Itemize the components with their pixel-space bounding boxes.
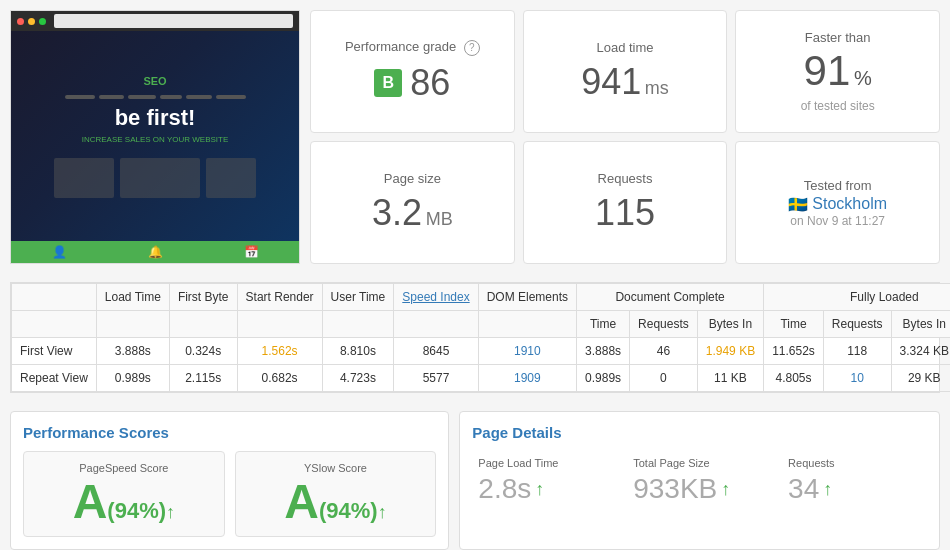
grade-badge: B 86 — [374, 62, 450, 104]
page-load-time-box: Page Load Time 2.8s ↑ — [472, 451, 617, 511]
tested-from-city: 🇸🇪 Stockholm — [788, 195, 887, 214]
pagespeed-label: PageSpeed Score — [34, 462, 214, 474]
fv-start-render: 1.562s — [237, 338, 322, 365]
page-details-title: Page Details — [472, 424, 927, 441]
th-doc-bytes: Bytes In — [697, 311, 763, 338]
results-table-section: Load Time First Byte Start Render User T… — [10, 282, 940, 393]
th-full-bytes: Bytes In — [891, 311, 950, 338]
fv-doc-time: 3.888s — [577, 338, 630, 365]
faster-than-sub: of tested sites — [801, 99, 875, 113]
load-time-label: Load time — [596, 40, 653, 55]
th-sub-ut — [322, 311, 394, 338]
rv-doc-req: 0 — [630, 365, 698, 392]
browser-chrome — [11, 11, 299, 31]
performance-grade-card: Performance grade ? B 86 — [310, 10, 515, 133]
fv-speed-index: 8645 — [394, 338, 478, 365]
total-page-size-box: Total Page Size 933KB ↑ — [627, 451, 772, 511]
rv-start-render: 0.682s — [237, 365, 322, 392]
fv-full-req: 118 — [823, 338, 891, 365]
th-sub-lt — [96, 311, 169, 338]
rv-full-bytes: 29 KB — [891, 365, 950, 392]
th-fully-loaded: Fully Loaded — [764, 284, 950, 311]
sweden-flag: 🇸🇪 — [788, 195, 808, 214]
bottom-section: Performance Scores PageSpeed Score A (94… — [0, 401, 950, 550]
yslow-value: A (94%) ↑ — [246, 478, 426, 526]
load-time-value: 941 ms — [581, 61, 669, 103]
site-preview: SEO be first! INCREASE SALES ON YOUR WEB… — [11, 31, 299, 241]
rv-load-time: 0.989s — [96, 365, 169, 392]
fv-load-time: 3.888s — [96, 338, 169, 365]
faster-than-value: 91 % — [804, 47, 872, 95]
bell-icon: 🔔 — [148, 245, 163, 259]
th-full-req: Requests — [823, 311, 891, 338]
results-table: Load Time First Byte Start Render User T… — [11, 283, 950, 392]
tested-from-label: Tested from — [804, 178, 872, 193]
page-size-label: Page size — [384, 171, 441, 186]
th-empty — [12, 284, 97, 311]
page-details-panel: Page Details Page Load Time 2.8s ↑ Total… — [459, 411, 940, 550]
fv-doc-req: 46 — [630, 338, 698, 365]
site-tagline: INCREASE SALES ON YOUR WEBSITE — [82, 135, 229, 144]
faster-than-card: Faster than 91 % of tested sites — [735, 10, 940, 133]
th-start-render: Start Render — [237, 284, 322, 311]
requests-detail-value: 34 ↑ — [788, 473, 921, 505]
url-bar — [54, 14, 293, 28]
th-doc-complete: Document Complete — [577, 284, 764, 311]
calendar-icon: 📅 — [244, 245, 259, 259]
requests-value: 115 — [595, 192, 655, 234]
page-load-time-value: 2.8s ↑ — [478, 473, 611, 505]
metrics-grid: Performance grade ? B 86 Load time 941 m… — [300, 10, 940, 264]
th-sub-fb — [169, 311, 237, 338]
site-headline: be first! — [115, 105, 196, 131]
total-page-size-label: Total Page Size — [633, 457, 766, 469]
requests-label: Requests — [598, 171, 653, 186]
th-load-time: Load Time — [96, 284, 169, 311]
page-size-value: 3.2 MB — [372, 192, 453, 234]
grade-letter: B — [374, 69, 402, 97]
fv-dom-elements: 1910 — [478, 338, 576, 365]
th-user-time: User Time — [322, 284, 394, 311]
row-label-repeat: Repeat View — [12, 365, 97, 392]
user-icon: 👤 — [52, 245, 67, 259]
page-size-card: Page size 3.2 MB — [310, 141, 515, 264]
pagespeed-value: A (94%) ↑ — [34, 478, 214, 526]
performance-scores-panel: Performance Scores PageSpeed Score A (94… — [10, 411, 449, 550]
table-row: First View 3.888s 0.324s 1.562s 8.810s 8… — [12, 338, 951, 365]
performance-grade-label: Performance grade ? — [345, 39, 480, 56]
rv-full-time: 4.805s — [764, 365, 824, 392]
requests-detail-label: Requests — [788, 457, 921, 469]
maximize-dot — [39, 18, 46, 25]
fv-doc-bytes: 1.949 KB — [697, 338, 763, 365]
rv-full-req: 10 — [823, 365, 891, 392]
tested-from-card: Tested from 🇸🇪 Stockholm on Nov 9 at 11:… — [735, 141, 940, 264]
th-first-byte: First Byte — [169, 284, 237, 311]
page-load-time-label: Page Load Time — [478, 457, 611, 469]
th-sub-sr — [237, 311, 322, 338]
th-sub-dom — [478, 311, 576, 338]
rv-doc-time: 0.989s — [577, 365, 630, 392]
yslow-score-box: YSlow Score A (94%) ↑ — [235, 451, 437, 537]
requests-detail-box: Requests 34 ↑ — [782, 451, 927, 511]
total-page-size-value: 933KB ↑ — [633, 473, 766, 505]
load-time-card: Load time 941 ms — [523, 10, 728, 133]
rv-user-time: 4.723s — [322, 365, 394, 392]
table-row: Repeat View 0.989s 2.115s 0.682s 4.723s … — [12, 365, 951, 392]
fv-first-byte: 0.324s — [169, 338, 237, 365]
rv-doc-bytes: 11 KB — [697, 365, 763, 392]
top-section: SEO be first! INCREASE SALES ON YOUR WEB… — [0, 0, 950, 274]
rv-first-byte: 2.115s — [169, 365, 237, 392]
scores-grid: PageSpeed Score A (94%) ↑ YSlow Score A … — [23, 451, 436, 537]
site-logo: SEO — [143, 75, 166, 87]
fv-full-bytes: 3.324 KB — [891, 338, 950, 365]
th-doc-req: Requests — [630, 311, 698, 338]
details-grid: Page Load Time 2.8s ↑ Total Page Size 93… — [472, 451, 927, 511]
grade-number: 86 — [410, 62, 450, 104]
pagespeed-score-box: PageSpeed Score A (94%) ↑ — [23, 451, 225, 537]
th-speed-index: Speed Index — [394, 284, 478, 311]
fv-user-time: 8.810s — [322, 338, 394, 365]
th-sub-si — [394, 311, 478, 338]
help-icon[interactable]: ? — [464, 40, 480, 56]
yslow-label: YSlow Score — [246, 462, 426, 474]
rv-dom-elements: 1909 — [478, 365, 576, 392]
fv-full-time: 11.652s — [764, 338, 824, 365]
